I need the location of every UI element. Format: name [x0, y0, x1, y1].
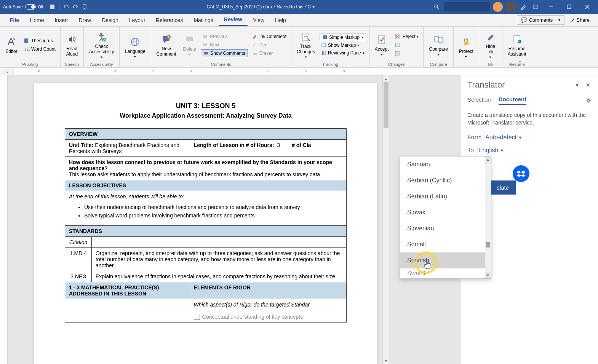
tab-help[interactable]: Help: [270, 15, 291, 26]
tab-review[interactable]: Review: [219, 14, 248, 26]
word-count-button[interactable]: 123Word Count: [22, 45, 57, 53]
document-title[interactable]: CALM_U3L5_Sept2019 (1).docx • Saved to t…: [89, 4, 432, 10]
protect-button[interactable]: Protect▾: [457, 35, 476, 59]
scroll-up-icon[interactable]: ▲: [383, 75, 389, 82]
rigor-header: ELEMENTS OF RIGOR: [190, 282, 346, 299]
tab-mailings[interactable]: Mailings: [188, 15, 218, 26]
dropdown-scrollbar[interactable]: ▲ ▼: [485, 156, 491, 278]
markup-display-dropdown[interactable]: Simple Markup▾: [320, 34, 366, 41]
svg-rect-30: [322, 51, 323, 55]
autosave-toggle[interactable]: AutoSave Off: [3, 4, 43, 10]
maximize-button[interactable]: [561, 0, 577, 14]
pen-button: Pen: [250, 41, 288, 49]
vertical-ruler[interactable]: [0, 75, 8, 364]
document-page[interactable]: UNIT 3: LESSON 5 Workplace Application A…: [34, 83, 377, 364]
collapse-ribbon-icon[interactable]: ⌃: [518, 60, 522, 65]
ribbon-display-icon[interactable]: [531, 2, 540, 11]
to-language-dropdown[interactable]: English ▼: [478, 147, 504, 154]
account-box[interactable]: [506, 2, 516, 12]
lang-option-swahili[interactable]: Swahili: [400, 268, 491, 278]
lang-option-samoan[interactable]: Samoan: [400, 156, 491, 172]
svg-line-3: [437, 8, 439, 9]
lang-option-slovenian[interactable]: Slovenian: [400, 220, 491, 236]
gear-icon[interactable]: [585, 97, 592, 104]
to-language-row: To English ▼: [467, 147, 592, 154]
editor-button[interactable]: Editor: [3, 35, 20, 55]
check-accessibility-button[interactable]: Check Accessibility▾: [87, 30, 116, 60]
scroll-down-icon[interactable]: ▼: [383, 357, 389, 364]
tab-file[interactable]: File: [5, 15, 24, 26]
dd-scroll-down-icon[interactable]: ▼: [485, 272, 491, 278]
hide-ink-button[interactable]: Hide Ink▾: [482, 30, 499, 60]
resume-assistant-button[interactable]: in Resume Assistant: [505, 32, 529, 57]
read-aloud-button[interactable]: Read Aloud: [64, 32, 80, 57]
lang-option-somali[interactable]: Somali: [400, 236, 491, 252]
std-text: Explain equivalence of fractions in spec…: [92, 271, 347, 282]
lang-option-serbian-cyrillic[interactable]: Serbian (Cyrillic): [400, 172, 491, 188]
lang-option-slovak[interactable]: Slovak: [400, 204, 491, 220]
tab-layout[interactable]: Layout: [124, 15, 150, 26]
document-viewport[interactable]: UNIT 3: LESSON 5 Workplace Application A…: [8, 75, 461, 364]
ink-comment-button[interactable]: Ink Comment: [250, 33, 288, 40]
close-button[interactable]: [580, 0, 595, 14]
reject-button[interactable]: Reject ▾: [393, 33, 420, 40]
show-comments-button[interactable]: Show Comments: [201, 49, 248, 57]
prev-change-button[interactable]: [393, 41, 420, 49]
lang-option-serbian-latin[interactable]: Serbian (Latin): [400, 188, 491, 204]
rigor-cell: Which aspect(s) of Rigor do the targeted…: [190, 299, 346, 322]
translate-button[interactable]: slate: [490, 180, 516, 195]
comments-button[interactable]: 💬 Comments ▾: [517, 15, 564, 25]
dropbox-badge-icon[interactable]: [513, 165, 529, 182]
eraser-button: Eraser: [250, 49, 288, 57]
thesaurus-button[interactable]: Thesaurus: [22, 37, 57, 45]
search-icon[interactable]: [432, 2, 441, 11]
horizontal-ruler[interactable]: ▾ 1 2 3 4 5 6 7 8: [15, 68, 598, 75]
main-area: UNIT 3: LESSON 5 Workplace Application A…: [0, 75, 598, 364]
practice-header: 1 - 3 MATHEMATICAL PRACTICE(S) ADDRESSED…: [65, 282, 190, 299]
scroll-thumb[interactable]: [384, 82, 389, 128]
compare-button[interactable]: Compare▾: [427, 33, 450, 57]
avatar[interactable]: [493, 2, 503, 12]
tab-draw[interactable]: Draw: [74, 15, 97, 26]
pen-mode-icon[interactable]: [519, 2, 528, 11]
accept-button[interactable]: Accept▾: [373, 33, 391, 57]
lang-option-spanish[interactable]: Spanish: [400, 252, 491, 268]
checkbox-icon[interactable]: [194, 314, 200, 320]
svg-rect-37: [438, 37, 442, 43]
from-language-row: From Auto-detect ▼: [467, 134, 592, 141]
tab-home[interactable]: Home: [24, 15, 49, 26]
tab-references[interactable]: References: [150, 15, 189, 26]
minimize-button[interactable]: [543, 0, 558, 14]
vertical-scrollbar[interactable]: ▲ ▼: [382, 75, 389, 364]
next-change-button[interactable]: [393, 49, 420, 57]
reviewing-pane-button[interactable]: Reviewing Pane ▾: [320, 49, 366, 56]
language-button[interactable]: Language▾: [123, 35, 147, 59]
tab-view[interactable]: View: [248, 15, 270, 26]
save-icon[interactable]: [48, 2, 57, 11]
tab-insert[interactable]: Insert: [49, 15, 73, 26]
show-markup-button[interactable]: Show Markup ▾: [320, 42, 366, 49]
title-bar: AutoSave Off CALM_U3L5_Sept2019 (1).docx…: [0, 0, 598, 14]
svg-rect-32: [379, 36, 385, 43]
touch-mode-icon[interactable]: [80, 2, 89, 11]
pane-menu-icon[interactable]: ▼: [573, 80, 581, 89]
tab-selection[interactable]: Selection: [467, 96, 491, 104]
tab-document[interactable]: Document: [499, 96, 526, 105]
new-comment-button[interactable]: + New Comment: [154, 32, 179, 57]
share-button[interactable]: ↗ Share: [567, 16, 593, 24]
dd-scroll-up-icon[interactable]: ▲: [485, 156, 491, 163]
account-area[interactable]: [444, 2, 490, 11]
track-changes-button[interactable]: Track Changes▾: [294, 30, 317, 60]
undo-icon[interactable]: [62, 2, 71, 11]
ruler: L ▾ 1 2 3 4 5 6 7 8: [0, 68, 598, 75]
from-language-dropdown[interactable]: Auto-detect ▼: [485, 134, 522, 141]
svg-rect-10: [24, 38, 28, 43]
pane-close-icon[interactable]: ✕: [584, 80, 592, 89]
ribbon-group-resume: in Resume Assistant Resume: [502, 27, 532, 67]
redo-icon[interactable]: [71, 2, 80, 11]
dd-scroll-thumb[interactable]: [486, 242, 490, 247]
tab-design[interactable]: Design: [96, 15, 124, 26]
toggle-switch[interactable]: [25, 4, 36, 10]
ribbon-group-compare: Compare▾ Compare: [424, 27, 453, 67]
pane-description: Create a translated copy of this documen…: [467, 112, 592, 126]
